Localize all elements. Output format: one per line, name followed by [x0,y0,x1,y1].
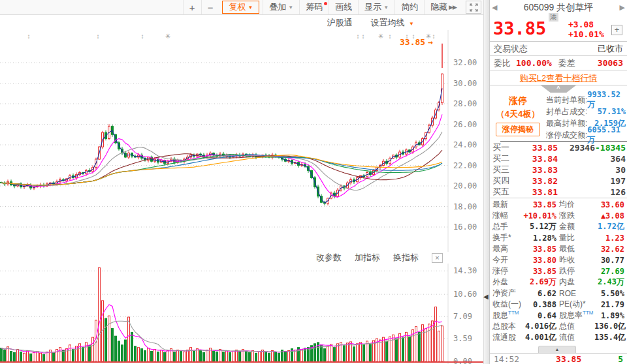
stock-code-name: 605099 共创草坪 [490,0,627,14]
stat-row: 净资产6.62ROE5.50% [490,288,627,299]
bid-price: 33.81 [516,187,558,197]
splitter-collapse-icon[interactable]: ◀ [483,294,489,300]
stat-label: 最高 [492,243,519,254]
change-percent: +10.01% [568,29,604,39]
trade-status-value: 已收市 [598,43,623,55]
stat-value: 1.72亿 [594,221,624,232]
stock-trading-app: + − 复权 ▼ 叠加 ▼ 筹码 画线 显示 ▼ 简约 隐藏 ▶▶ [0,0,627,364]
bid-row[interactable]: 买五33.81126 [490,186,627,197]
stat-value: 1.28% [519,234,556,243]
price-chart-canvas[interactable]: 32.0030.0028.0026.0024.0022.0020.0018.00… [0,30,483,252]
stat-label: 外盘 [492,277,519,288]
caret-down-icon: ▼ [248,5,253,10]
bid-label: 买二 [492,153,516,164]
stat-row: 涨停33.85跌停27.69 [490,265,627,277]
limit-up-reveal-button[interactable]: 涨停揭秘 [496,123,540,136]
stat-label: 昨收 [556,254,594,265]
stat-row: 总手5.12万金额1.72亿 [490,221,627,232]
zoom-out-button[interactable]: − [201,0,219,14]
add-to-watchlist-button[interactable]: + [611,25,622,35]
stat-value: +10.01% [519,211,556,220]
volume-chart-canvas[interactable]: 14.3010.607.093.590.00 [0,264,483,364]
limit-detail-label: 涨停成交额: [546,130,587,141]
simple-mode-button[interactable]: 简约 [394,0,424,14]
stat-label: 总值 [556,321,594,332]
stat-value: 4.001亿 [519,332,556,343]
hgt-connect-label[interactable]: 沪股通 [327,17,352,29]
display-button[interactable]: 显示 ▼ [358,0,394,14]
stat-value: 21.79 [594,300,624,309]
weibi-value: 100.00% [516,58,552,68]
stat-label: 总股本 [492,321,519,332]
stat-label: 换手* [492,232,519,243]
arrow-right-icon: → [428,37,433,47]
stat-row: 收益(一)0.388PE(动)*21.79 [490,299,627,310]
change-params-button[interactable]: 改参数 [316,252,342,264]
bid-label: 买一 [492,142,516,153]
stat-label: 股息TTM [492,310,519,321]
bid-row[interactable]: 买三33.8330 [490,164,627,175]
buy-l2-link[interactable]: 购买L2查看十档行情 [490,70,627,85]
ma-settings-button[interactable]: 设置均线 ▼ [370,17,414,29]
bid-price: 33.85 [516,143,558,153]
next-stock-button[interactable]: ▶ [620,3,625,12]
limit-up-block: 涨停 （4天4板） 涨停揭秘 当前封单额:9933.52万封单占成交:57.31… [490,93,627,141]
draw-line-button[interactable]: 画线 [329,0,358,14]
hk-connect-badge: 港 [549,13,558,22]
overlay-button[interactable]: 叠加 ▼ [263,0,299,14]
stat-value: 1.23 [594,234,624,243]
stat-value: 33.85 [519,267,556,276]
bid-queue: 买一33.8529346-18345买二33.84364买三33.8330买四3… [490,142,627,197]
close-indicator-button[interactable]: × [432,253,443,263]
limit-detail-row: 封单占成交:57.31% [546,106,626,117]
svg-text:32.00: 32.00 [453,58,477,67]
svg-text:↕: ↕ [357,33,360,40]
zoom-in-button[interactable]: + [183,0,201,14]
stat-value: 33.80 [519,256,556,265]
stat-value: 2.43万 [594,277,624,288]
stat-value: 0.64 [519,311,556,320]
bid-qty: 126 [558,187,626,197]
bid-qty: 30 [558,165,626,175]
adjust-price-label: 复权 [229,1,246,13]
svg-text:24.00: 24.00 [453,140,477,149]
svg-text:28.00: 28.00 [453,99,477,108]
expand-panel-tab[interactable]: ▲ [538,346,576,353]
stat-value: 1.89% [594,311,624,320]
svg-text:✳: ✳ [165,33,170,40]
price-change: +3.08 +10.01% [568,20,604,39]
stat-label: 跌停 [556,265,594,277]
switch-indicator-button[interactable]: 换指标 [393,252,419,264]
stat-label: 流值 [556,332,594,343]
stat-label: 收益(一) [492,299,519,310]
limit-detail-row: 涨停成交额:6055.31万 [546,129,626,141]
limit-up-streak: （4天4板） [490,108,546,120]
adjust-price-button[interactable]: 复权 ▼ [222,1,259,14]
stat-value: 27.69 [594,267,624,276]
stat-label: 流通股 [492,332,519,343]
bid-row[interactable]: 买二33.84364 [490,153,627,164]
prev-stock-button[interactable]: ◀ [492,3,497,12]
indicator-toolbar: 改参数 加指标 换指标 × [0,252,451,264]
chip-label: 筹码 [306,1,323,13]
svg-text:10.60: 10.60 [453,290,477,299]
stat-value: 4.016亿 [519,321,556,332]
stat-value: 135.4亿 [594,332,626,343]
limit-detail-label: 封单占成交: [546,106,587,117]
chip-distribution-button[interactable]: 筹码 [299,0,329,14]
collapse-panel-tab[interactable]: ^ [540,85,577,93]
hide-button[interactable]: 隐藏 ▶▶ [424,0,462,14]
time-axis-strip [0,361,483,363]
stat-row: 最高33.85最低32.62 [490,243,627,254]
stat-value: 6.62 [519,289,556,298]
bid-row[interactable]: 买四33.82197 [490,175,627,186]
fullscreen-button[interactable] [466,1,481,14]
stat-row: 最新33.85均价33.60 [490,199,627,210]
weicha-value: 30063 [598,58,623,68]
stat-label: 最低 [556,243,594,254]
panel-splitter[interactable]: ◀ [483,0,490,364]
bid-price: 33.84 [516,154,558,164]
caret-down-icon: ▼ [383,5,389,10]
add-indicator-button[interactable]: 加指标 [355,252,380,264]
stat-value: 2.69万 [519,277,556,288]
